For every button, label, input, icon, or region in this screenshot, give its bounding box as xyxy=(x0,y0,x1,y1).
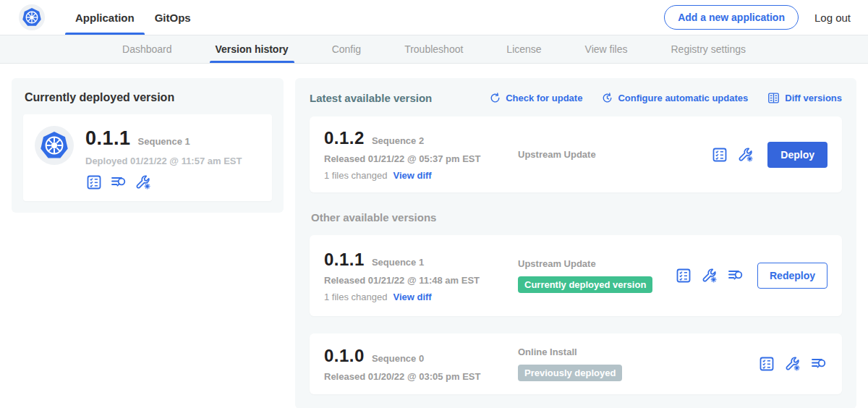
view-diff-link[interactable]: View diff xyxy=(393,292,431,302)
currently-deployed-card: Currently deployed version 0.1.1 Sequenc… xyxy=(12,78,284,213)
tab-gitops-label: GitOps xyxy=(155,12,191,24)
files-changed-label: 1 files changed xyxy=(324,292,387,302)
deployed-timestamp: Deployed 01/21/22 @ 11:57 am EST xyxy=(85,156,242,166)
version-source: Online Install xyxy=(518,347,758,357)
checklist-icon[interactable] xyxy=(758,355,775,373)
checklist-icon[interactable] xyxy=(85,174,103,191)
logout-link[interactable]: Log out xyxy=(814,12,851,24)
previously-deployed-badge: Previously deployed xyxy=(518,365,622,381)
version-source: Upstream Update xyxy=(518,149,711,160)
logs-icon[interactable] xyxy=(110,174,127,191)
app-logo xyxy=(35,126,74,165)
subnav-version-history[interactable]: Version history xyxy=(214,35,290,63)
currently-deployed-badge: Currently deployed version xyxy=(518,276,652,293)
released-timestamp: Released 01/20/22 @ 03:05 pm EST xyxy=(324,371,505,382)
deploy-button[interactable]: Deploy xyxy=(767,142,827,168)
released-timestamp: Released 01/21/22 @ 11:48 am EST xyxy=(324,275,505,286)
subnav-registry-settings[interactable]: Registry settings xyxy=(670,35,747,63)
checklist-icon[interactable] xyxy=(711,146,728,163)
logs-icon[interactable] xyxy=(810,355,827,373)
subnav-config[interactable]: Config xyxy=(331,35,362,63)
subnav-view-files[interactable]: View files xyxy=(584,35,629,63)
subnav-license[interactable]: License xyxy=(505,35,542,63)
currently-deployed-title: Currently deployed version xyxy=(25,91,272,104)
refresh-icon xyxy=(489,92,501,104)
other-available-title: Other available versions xyxy=(311,211,842,224)
top-navbar: Application GitOps Add a new application… xyxy=(0,0,868,35)
version-card-0-1-2: 0.1.2 Sequence 2 Released 01/21/22 @ 05:… xyxy=(310,116,842,192)
files-changed-label: 1 files changed xyxy=(324,170,387,181)
tab-gitops[interactable]: GitOps xyxy=(145,0,201,35)
sequence-label: Sequence 0 xyxy=(372,353,424,364)
latest-available-title: Latest available version xyxy=(310,92,432,104)
wrench-gear-icon[interactable] xyxy=(701,267,718,284)
view-diff-link[interactable]: View diff xyxy=(393,170,431,181)
logs-icon[interactable] xyxy=(727,267,744,284)
wrench-gear-icon[interactable] xyxy=(737,146,754,163)
version-number: 0.1.2 xyxy=(324,128,365,148)
tab-application-label: Application xyxy=(75,12,135,24)
version-history-panel: Latest available version Check for updat… xyxy=(295,78,856,408)
tab-application[interactable]: Application xyxy=(65,0,145,35)
deployed-sequence-label: Sequence 1 xyxy=(138,136,190,147)
version-number: 0.1.1 xyxy=(324,250,365,270)
check-for-update-link[interactable]: Check for update xyxy=(489,92,582,104)
add-new-application-button[interactable]: Add a new application xyxy=(664,5,799,30)
version-card-0-1-0: 0.1.0 Sequence 0 Released 01/20/22 @ 03:… xyxy=(310,333,842,394)
version-card-0-1-1: 0.1.1 Sequence 1 Released 01/21/22 @ 11:… xyxy=(310,235,842,316)
app-subnav: Dashboard Version history Config Trouble… xyxy=(0,35,868,64)
sequence-label: Sequence 1 xyxy=(372,257,424,268)
configure-automatic-updates-link[interactable]: Configure automatic updates xyxy=(601,92,748,104)
deployed-version-number: 0.1.1 xyxy=(85,127,131,150)
sequence-label: Sequence 2 xyxy=(372,135,424,146)
redeploy-button[interactable]: Redeploy xyxy=(757,263,827,289)
subnav-troubleshoot[interactable]: Troubleshoot xyxy=(403,35,464,63)
checklist-icon[interactable] xyxy=(675,267,692,284)
released-timestamp: Released 01/21/22 @ 05:37 pm EST xyxy=(324,153,505,164)
version-number: 0.1.0 xyxy=(324,346,365,366)
version-source: Upstream Update xyxy=(518,258,675,269)
wrench-gear-icon[interactable] xyxy=(135,174,152,191)
diff-versions-link[interactable]: Diff versions xyxy=(767,91,842,105)
kubernetes-logo xyxy=(19,4,45,30)
diff-icon xyxy=(767,91,780,105)
wrench-gear-icon[interactable] xyxy=(784,355,801,373)
subnav-dashboard[interactable]: Dashboard xyxy=(121,35,174,63)
clock-refresh-icon xyxy=(601,92,613,104)
